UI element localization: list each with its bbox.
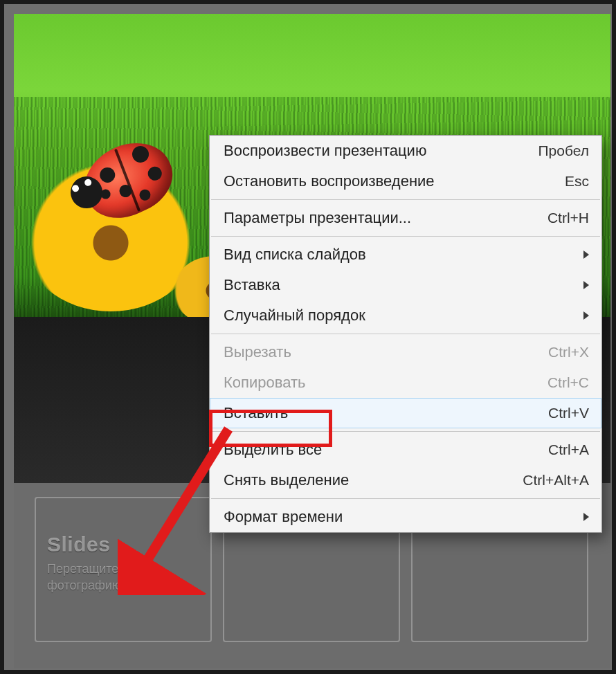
menu-item-label: Копировать xyxy=(224,374,547,392)
slides-hint: Перетащите сюда фотографию или видео. xyxy=(47,561,199,594)
menu-item-shortcut: Esc xyxy=(565,173,589,190)
menu-item-shortcut: Ctrl+X xyxy=(548,344,589,361)
submenu-arrow-icon xyxy=(583,311,589,320)
menu-presentation-options[interactable]: Параметры презентации...Ctrl+H xyxy=(210,203,601,233)
menu-item-label: Вид списка слайдов xyxy=(224,246,583,264)
submenu-arrow-icon xyxy=(583,281,589,289)
menu-separator xyxy=(211,199,600,200)
menu-item-label: Выделить все xyxy=(224,441,548,459)
menu-item-label: Случайный порядок xyxy=(224,307,583,325)
submenu-arrow-icon xyxy=(583,513,589,521)
slide-slot-empty[interactable]: Slides Перетащите сюда фотографию или ви… xyxy=(35,497,212,642)
menu-cut: ВырезатьCtrl+X xyxy=(210,337,601,367)
menu-copy: КопироватьCtrl+C xyxy=(210,367,601,398)
menu-deselect[interactable]: Снять выделениеCtrl+Alt+A xyxy=(210,465,601,495)
menu-separator xyxy=(211,431,600,432)
menu-item-shortcut: Ctrl+A xyxy=(548,441,589,458)
context-menu: Воспроизвести презентациюПробелОстановит… xyxy=(209,135,602,533)
menu-item-label: Вырезать xyxy=(224,343,548,361)
menu-random-order[interactable]: Случайный порядок xyxy=(210,300,601,331)
menu-separator xyxy=(211,236,600,237)
menu-stop-playback[interactable]: Остановить воспроизведениеEsc xyxy=(210,166,601,197)
menu-item-label: Вставить xyxy=(224,404,548,422)
menu-item-label: Параметры презентации... xyxy=(224,209,547,227)
menu-play-presentation[interactable]: Воспроизвести презентациюПробел xyxy=(210,136,601,166)
menu-item-label: Снять выделение xyxy=(224,471,523,489)
app-window: Slides Перетащите сюда фотографию или ви… xyxy=(0,0,616,674)
slides-title: Slides xyxy=(47,533,199,556)
menu-item-label: Остановить воспроизведение xyxy=(224,172,565,190)
menu-item-shortcut: Ctrl+C xyxy=(547,374,589,391)
menu-paste[interactable]: ВставитьCtrl+V xyxy=(210,398,601,428)
menu-item-label: Вставка xyxy=(224,276,583,294)
submenu-arrow-icon xyxy=(583,251,589,259)
menu-separator xyxy=(211,334,600,334)
menu-insert[interactable]: Вставка xyxy=(210,270,601,300)
menu-separator xyxy=(211,498,600,499)
menu-select-all[interactable]: Выделить всеCtrl+A xyxy=(210,435,601,465)
menu-item-shortcut: Ctrl+V xyxy=(548,405,589,421)
menu-item-shortcut: Ctrl+H xyxy=(547,210,589,226)
menu-item-shortcut: Ctrl+Alt+A xyxy=(523,472,589,489)
menu-time-format[interactable]: Формат времени xyxy=(210,502,601,532)
menu-item-shortcut: Пробел xyxy=(538,143,589,159)
menu-item-label: Воспроизвести презентацию xyxy=(224,142,538,160)
menu-item-label: Формат времени xyxy=(224,508,583,526)
menu-slide-list-view[interactable]: Вид списка слайдов xyxy=(210,239,601,270)
